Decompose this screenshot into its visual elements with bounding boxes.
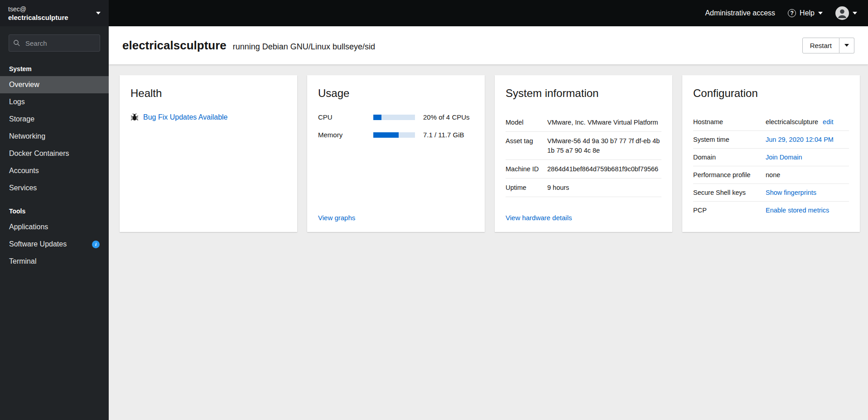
table-row: Hostname electricalsculpture edit bbox=[693, 113, 849, 131]
page-header: electricalsculpture running Debian GNU/L… bbox=[109, 26, 868, 64]
user-menu-button[interactable] bbox=[835, 6, 857, 20]
system-information-card-footer: View hardware details bbox=[506, 214, 661, 222]
show-fingerprints-link[interactable]: Show fingerprints bbox=[766, 189, 816, 196]
table-row: Performance profile none bbox=[693, 166, 849, 184]
configuration-card-title: Configuration bbox=[693, 87, 849, 100]
sidebar-item-docker-containers[interactable]: Docker Containers bbox=[0, 145, 109, 162]
memory-progress-bar bbox=[373, 132, 415, 138]
help-icon: ? bbox=[788, 9, 796, 17]
restart-button[interactable]: Restart bbox=[802, 38, 839, 53]
uptime-value: 9 hours bbox=[547, 183, 661, 192]
sidebar-item-logs[interactable]: Logs bbox=[0, 93, 109, 111]
cpu-progress-bar bbox=[373, 115, 415, 120]
host-switcher[interactable]: tsec@ electricalsculpture bbox=[0, 0, 109, 26]
view-hardware-details-link[interactable]: View hardware details bbox=[506, 214, 572, 222]
sidebar: tsec@ electricalsculpture System Overvie… bbox=[0, 0, 109, 420]
app-root: tsec@ electricalsculpture System Overvie… bbox=[0, 0, 868, 420]
usage-card-title: Usage bbox=[318, 87, 474, 100]
help-menu-button[interactable]: ? Help bbox=[788, 9, 823, 17]
sidebar-item-accounts[interactable]: Accounts bbox=[0, 162, 109, 179]
table-row: Model VMware, Inc. VMware Virtual Platfo… bbox=[506, 113, 661, 132]
table-row: Secure Shell keys Show fingerprints bbox=[693, 184, 849, 202]
sidebar-item-software-updates[interactable]: Software Updates i bbox=[0, 236, 109, 253]
search-icon bbox=[13, 39, 20, 47]
memory-value: 7.1 / 11.7 GiB bbox=[423, 131, 464, 139]
system-information-table: Model VMware, Inc. VMware Virtual Platfo… bbox=[506, 113, 661, 197]
pcp-label: PCP bbox=[693, 207, 764, 214]
table-row: Uptime 9 hours bbox=[506, 179, 661, 197]
help-label: Help bbox=[800, 9, 815, 17]
table-row: Domain Join Domain bbox=[693, 149, 849, 166]
sidebar-item-services[interactable]: Services bbox=[0, 179, 109, 197]
sidebar-item-terminal[interactable]: Terminal bbox=[0, 253, 109, 270]
restart-split-button: Restart bbox=[802, 38, 854, 53]
cpu-label: CPU bbox=[318, 113, 373, 121]
table-row: PCP Enable stored metrics bbox=[693, 202, 849, 219]
host-switcher-labels: tsec@ electricalsculpture bbox=[8, 5, 68, 21]
sidebar-item-applications[interactable]: Applications bbox=[0, 218, 109, 236]
avatar bbox=[835, 6, 849, 20]
secure-shell-keys-label: Secure Shell keys bbox=[693, 189, 764, 196]
memory-progress-fill bbox=[373, 132, 399, 138]
view-graphs-link[interactable]: View graphs bbox=[318, 214, 355, 222]
edit-hostname-link[interactable]: edit bbox=[823, 118, 833, 126]
performance-profile-label: Performance profile bbox=[693, 171, 764, 179]
machine-id-label: Machine ID bbox=[506, 164, 544, 174]
sidebar-item-storage[interactable]: Storage bbox=[0, 111, 109, 128]
table-row: Machine ID 2864d41bef864d759b681f9c0bf79… bbox=[506, 160, 661, 179]
main-column: Administrative access ? Help electricals… bbox=[109, 0, 868, 420]
memory-label: Memory bbox=[318, 131, 373, 139]
usage-card-footer: View graphs bbox=[318, 214, 474, 222]
system-information-card-title: System information bbox=[506, 87, 661, 100]
masthead: Administrative access ? Help bbox=[109, 0, 868, 26]
configuration-card: Configuration Hostname electricalsculptu… bbox=[682, 75, 860, 232]
chevron-down-icon bbox=[96, 12, 101, 14]
domain-value: Join Domain bbox=[766, 154, 849, 161]
bug-icon bbox=[130, 113, 139, 121]
sidebar-nav: System Overview Logs Storage Networking … bbox=[0, 54, 109, 270]
restart-dropdown-toggle[interactable] bbox=[839, 38, 854, 53]
model-label: Model bbox=[506, 118, 544, 127]
hostname-value: electricalsculpture edit bbox=[766, 118, 849, 126]
sidebar-item-overview[interactable]: Overview bbox=[0, 76, 109, 93]
health-card-title: Health bbox=[130, 87, 286, 100]
sidebar-item-label: Software Updates bbox=[9, 240, 67, 248]
sidebar-item-networking[interactable]: Networking bbox=[0, 128, 109, 145]
search-input[interactable] bbox=[9, 34, 100, 52]
health-item: Bug Fix Updates Available bbox=[130, 113, 286, 121]
model-value: VMware, Inc. VMware Virtual Platform bbox=[547, 118, 661, 127]
cards-grid: Health Bug Fix Updates Available Usage bbox=[120, 75, 860, 232]
cpu-progress-fill bbox=[373, 115, 381, 120]
table-row: System time Jun 29, 2020 12:04 PM bbox=[693, 131, 849, 149]
asset-tag-value: VMware-56 4d 9a 30 b7 77 7f df-eb 4b 1b … bbox=[547, 136, 661, 155]
domain-label: Domain bbox=[693, 154, 764, 161]
health-card: Health Bug Fix Updates Available bbox=[120, 75, 297, 232]
nav-section-tools: Tools bbox=[0, 204, 109, 218]
host-user: tsec@ bbox=[8, 5, 68, 13]
performance-profile-value: none bbox=[766, 171, 849, 179]
administrative-access-button[interactable]: Administrative access bbox=[705, 9, 775, 17]
page-os-label: running Debian GNU/Linux bullseye/sid bbox=[233, 42, 375, 52]
usage-row-cpu: CPU 20% of 4 CPUs bbox=[318, 113, 474, 121]
join-domain-link[interactable]: Join Domain bbox=[766, 154, 802, 161]
hostname-text: electricalsculpture bbox=[766, 118, 818, 126]
enable-stored-metrics-link[interactable]: Enable stored metrics bbox=[766, 207, 829, 214]
system-time-link[interactable]: Jun 29, 2020 12:04 PM bbox=[766, 136, 834, 143]
table-row: Asset tag VMware-56 4d 9a 30 b7 77 7f df… bbox=[506, 132, 661, 160]
asset-tag-label: Asset tag bbox=[506, 136, 544, 155]
uptime-label: Uptime bbox=[506, 183, 544, 192]
system-information-card: System information Model VMware, Inc. VM… bbox=[495, 75, 672, 232]
machine-id-value: 2864d41bef864d759b681f9c0bf79566 bbox=[547, 164, 661, 174]
cpu-value: 20% of 4 CPUs bbox=[423, 113, 470, 121]
hostname-label: Hostname bbox=[693, 118, 764, 126]
pcp-value: Enable stored metrics bbox=[766, 207, 849, 214]
chevron-down-icon bbox=[844, 44, 849, 47]
host-name: electricalsculpture bbox=[8, 14, 68, 21]
system-time-value: Jun 29, 2020 12:04 PM bbox=[766, 136, 849, 143]
info-icon: i bbox=[92, 241, 100, 248]
bug-fix-updates-link[interactable]: Bug Fix Updates Available bbox=[143, 113, 227, 121]
usage-card: Usage CPU 20% of 4 CPUs Memory 7.1 / bbox=[307, 75, 485, 232]
content-area: Health Bug Fix Updates Available Usage bbox=[109, 64, 868, 420]
usage-row-memory: Memory 7.1 / 11.7 GiB bbox=[318, 131, 474, 139]
chevron-down-icon bbox=[853, 12, 857, 14]
